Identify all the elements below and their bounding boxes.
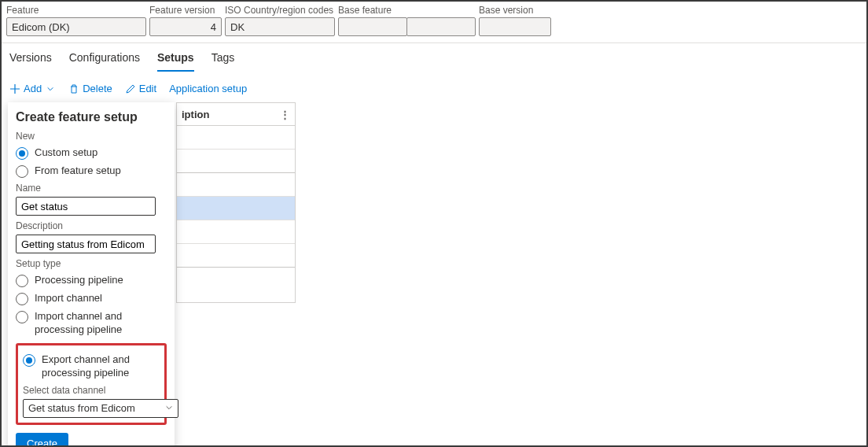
radio-icon	[16, 165, 28, 178]
radio-label: Import channel and processing pipeline	[35, 310, 167, 337]
table-row[interactable]	[177, 150, 295, 173]
table-row[interactable]	[177, 126, 295, 150]
field-label-base: Base feature	[338, 5, 476, 16]
grid-header: iption ⋮	[177, 102, 295, 126]
pencil-icon	[125, 83, 136, 94]
field-iso: ISO Country/region codes	[225, 5, 335, 36]
chevron-down-icon	[165, 404, 173, 413]
field-feature: Feature	[6, 5, 146, 36]
field-feature-version: Feature version	[149, 5, 222, 36]
radio-import-channel[interactable]: Import channel	[16, 292, 167, 305]
radio-from-feature-setup[interactable]: From feature setup	[16, 164, 167, 178]
radio-icon	[16, 293, 28, 305]
add-label: Add	[24, 83, 42, 94]
grid: iption ⋮	[176, 102, 296, 303]
table-row[interactable]	[177, 244, 295, 268]
table-row[interactable]	[177, 220, 295, 244]
radio-label: Export channel and processing pipeline	[42, 353, 160, 380]
radio-label: From feature setup	[35, 164, 121, 178]
chevron-down-icon	[45, 83, 56, 94]
tab-setups[interactable]: Setups	[157, 51, 194, 72]
radio-icon	[16, 147, 28, 160]
base-version-input[interactable]	[479, 17, 551, 36]
create-feature-setup-flyout: Create feature setup New Custom setup Fr…	[8, 102, 175, 447]
toolbar: Add Delete Edit Application setup	[2, 72, 866, 102]
create-button[interactable]: Create	[16, 433, 68, 447]
radio-icon	[23, 354, 35, 367]
data-channel-select[interactable]: Get status from Edicom	[23, 399, 178, 418]
field-label-base-version: Base version	[479, 5, 551, 16]
field-label-version: Feature version	[149, 5, 222, 16]
iso-input[interactable]	[225, 17, 335, 36]
radio-import-processing[interactable]: Import channel and processing pipeline	[16, 310, 167, 337]
radio-custom-setup[interactable]: Custom setup	[16, 146, 167, 160]
tab-tags[interactable]: Tags	[211, 51, 235, 72]
tabs: Versions Configurations Setups Tags	[2, 43, 866, 72]
flyout-title: Create feature setup	[16, 110, 167, 124]
table-row[interactable]	[177, 268, 295, 302]
radio-icon	[16, 311, 28, 323]
name-input[interactable]	[16, 197, 156, 216]
description-input[interactable]	[16, 235, 156, 253]
radio-label: Custom setup	[35, 146, 97, 160]
radio-processing-pipeline[interactable]: Processing pipeline	[16, 274, 167, 287]
feature-version-input[interactable]	[149, 17, 222, 36]
delete-button[interactable]: Delete	[68, 83, 112, 94]
radio-export-processing[interactable]: Export channel and processing pipeline	[23, 353, 160, 380]
field-label-iso: ISO Country/region codes	[225, 5, 335, 16]
name-label: Name	[16, 183, 167, 194]
trash-icon	[68, 83, 79, 94]
field-label-feature: Feature	[6, 5, 146, 16]
add-button[interactable]: Add	[9, 83, 56, 94]
radio-label: Processing pipeline	[35, 274, 123, 287]
table-row[interactable]	[177, 173, 295, 197]
delete-label: Delete	[83, 83, 112, 94]
highlighted-section: Export channel and processing pipeline S…	[16, 343, 167, 425]
column-menu-icon[interactable]: ⋮	[280, 109, 290, 120]
field-base-version: Base version	[479, 5, 551, 36]
new-label: New	[16, 131, 167, 142]
feature-input[interactable]	[6, 17, 146, 36]
edit-button[interactable]: Edit	[125, 83, 156, 94]
radio-icon	[16, 275, 28, 287]
edit-label: Edit	[139, 83, 156, 94]
description-label: Description	[16, 220, 167, 231]
plus-icon	[9, 83, 20, 94]
base-feature-input-2[interactable]	[406, 17, 476, 36]
field-base-feature: Base feature	[338, 5, 476, 36]
base-feature-input-1[interactable]	[338, 17, 407, 36]
grid-header-label: iption	[182, 109, 209, 120]
table-row[interactable]	[177, 197, 295, 220]
radio-label: Import channel	[35, 292, 102, 305]
header-fields: Feature Feature version ISO Country/regi…	[2, 2, 866, 43]
tab-versions[interactable]: Versions	[9, 51, 52, 72]
application-setup-button[interactable]: Application setup	[169, 83, 247, 94]
setup-type-label: Setup type	[16, 258, 167, 269]
select-channel-label: Select data channel	[23, 385, 160, 396]
select-value: Get status from Edicom	[28, 402, 135, 414]
tab-configurations[interactable]: Configurations	[69, 51, 140, 72]
application-setup-label: Application setup	[169, 83, 247, 94]
